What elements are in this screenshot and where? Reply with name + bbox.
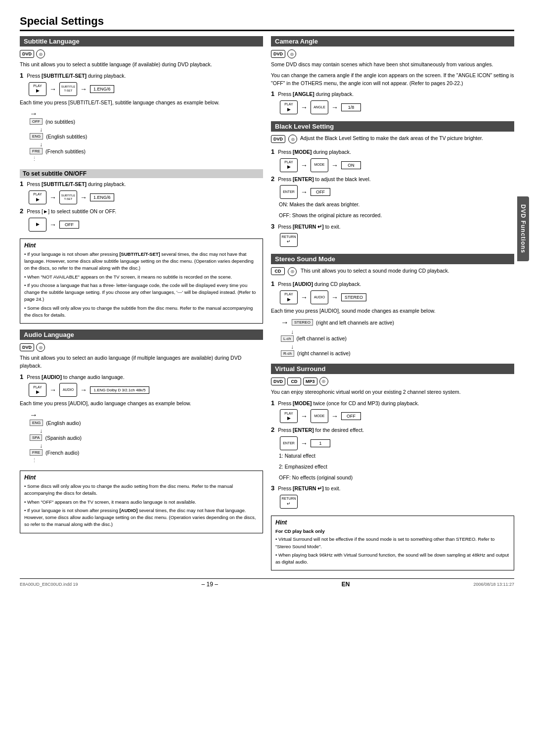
- black-level-section: Black Level Setting DVD ◎ Adjust the Bla…: [271, 121, 514, 247]
- camera-body1: Some DVD discs may contain scenes which …: [271, 61, 514, 69]
- audio-eng-row: ENG (English audio): [30, 420, 263, 426]
- vs-enter-btn: ENTER: [280, 436, 298, 450]
- stereo-step1-text: Press [AUDIO] during CD playback.: [278, 281, 361, 287]
- audio-ellipsis: ⋮: [32, 457, 37, 463]
- black-mode-btn: MODE: [311, 158, 328, 172]
- vs-result-box: OFF: [341, 412, 361, 420]
- file-info-right: 2006/08/18 13:11:27: [473, 582, 514, 587]
- black-step1-text: Press [MODE] during playback.: [278, 149, 351, 155]
- subtitle-onoff-step2: 2 Press [►] to select subtitle ON or OFF…: [20, 207, 263, 232]
- stereo-stereo-row: → STEREO (right and left channels are ac…: [281, 318, 514, 327]
- audio-options: → ENG (English audio) ↓ SPA (Spanish aud…: [30, 411, 263, 464]
- audio-dvd-icon: DVD: [20, 343, 34, 351]
- virtual-surround-section: Virtual Surround DVD CD MP3 ◎ You can en…: [271, 364, 514, 509]
- vs-step1-num: 1: [271, 399, 274, 407]
- audio-down1: ↓: [40, 427, 263, 434]
- vs-arrow3: →: [301, 439, 308, 447]
- onoff-subtitle-btn: SUBTITLE T-SET: [59, 190, 77, 204]
- subtitle-icons: DVD ◎: [20, 49, 263, 58]
- stereo-result-box: STEREO: [341, 293, 366, 301]
- black-arrow2: →: [331, 161, 338, 169]
- stereo-down2: ↓: [291, 343, 514, 350]
- stereo-sound-header: Stereo Sound Mode: [271, 254, 514, 264]
- stereo-disc-icon: ◎: [288, 267, 297, 276]
- audio-disc-icon: ◎: [36, 343, 45, 352]
- hint1-text: • If your language is not shown after pr…: [24, 251, 259, 319]
- stereo-lch-box: L-ch: [281, 335, 294, 342]
- camera-angle-header: Camera Angle: [271, 36, 514, 47]
- stereo-audio-btn: AUDIO: [311, 290, 328, 304]
- main-layout: Subtitle Language DVD ◎ This unit allows…: [20, 36, 514, 570]
- stereo-step1: 1 Press [AUDIO] during CD playback. PLAY…: [271, 280, 514, 304]
- off-desc: (no subtitles): [45, 119, 75, 125]
- audio-fre-box: FRE: [30, 449, 43, 456]
- stereo-rch-desc: (right channel is active): [297, 350, 351, 356]
- onoff-step1-num: 1: [20, 180, 23, 188]
- vs-icons: DVD CD MP3 ◎: [271, 377, 514, 386]
- black-step2: 2 Press [ENTER] to adjust the black leve…: [271, 175, 514, 220]
- black-on-box: ON: [341, 161, 361, 169]
- stereo-step1-diagram: PLAY ▶ → AUDIO → STEREO: [280, 290, 514, 304]
- stereo-rch-box: R-ch: [281, 350, 294, 357]
- camera-arrow2: →: [331, 103, 338, 111]
- subtitle-onoff-section: To set subtitle ON/OFF 1 Press [SUBTITLE…: [20, 169, 263, 232]
- vs-step2-num: 2: [271, 426, 274, 433]
- subtitle-each-time: Each time you press [SUBTITLE/T-SET], su…: [20, 99, 263, 107]
- audio-step1: 1 Press [AUDIO] to change audio language…: [20, 373, 263, 397]
- hint2-box: Hint • Some discs will only allow you to…: [20, 471, 263, 533]
- page-title: Special Settings: [20, 15, 514, 31]
- audio-spa-desc: (Spanish audio): [45, 435, 82, 441]
- hint1-box: Hint • If your language is not shown aft…: [20, 238, 263, 324]
- camera-angle-section: Camera Angle DVD ◎ Some DVD discs may co…: [271, 36, 514, 114]
- audio-arrow2: →: [80, 386, 87, 394]
- camera-body2: You can change the camera angle if the a…: [271, 72, 514, 88]
- vs-step3-num: 3: [271, 484, 274, 492]
- down-arrow1: ↓: [40, 126, 263, 133]
- black-step1: 1 Press [MODE] during playback. PLAY ▶ →…: [271, 148, 514, 172]
- black-level-icons: DVD ◎: [271, 135, 297, 143]
- fre-box: FRE: [30, 148, 43, 154]
- stereo-top: CD ◎ This unit allows you to select a so…: [271, 267, 514, 278]
- subtitle-button-diag: SUBTITLE T-SET: [59, 82, 77, 96]
- page-number: – 19 –: [202, 581, 218, 588]
- step1-text: Press [SUBTITLE/T-SET] during playback.: [27, 73, 126, 79]
- camera-play-btn: PLAY ▶: [280, 100, 298, 114]
- virtual-surround-header: Virtual Surround: [271, 364, 514, 374]
- subtitle-result-box: 1.ENG/6: [90, 85, 114, 93]
- down-arrow2: ↓: [40, 141, 263, 148]
- audio-fre-desc: (French audio): [45, 450, 79, 456]
- black-play-btn1: PLAY ▶: [280, 158, 298, 172]
- camera-step1: 1 Press [ANGLE] during playback. PLAY ▶ …: [271, 90, 514, 114]
- subtitle-onoff-header: To set subtitle ON/OFF: [20, 169, 263, 178]
- off-box: OFF: [30, 118, 43, 125]
- left-column: Subtitle Language DVD ◎ This unit allows…: [20, 36, 263, 570]
- arrow1: →: [49, 85, 56, 93]
- audio-language-section: Audio Language DVD ◎ This unit allows yo…: [20, 330, 263, 464]
- black-step3-diagram: RETURN ↵: [280, 233, 514, 247]
- black-arrow3: →: [301, 188, 308, 196]
- stereo-icons: CD ◎: [271, 267, 297, 276]
- subtitle-eng-row: ENG (English subtitles): [30, 133, 263, 140]
- subtitle-language-section: Subtitle Language DVD ◎ This unit allows…: [20, 36, 263, 162]
- hint2-text: • Some discs will only allow you to chan…: [24, 483, 259, 528]
- black-off-note: OFF: Shows the original picture as recor…: [279, 212, 514, 220]
- fre-desc: (French subtitles): [45, 148, 86, 154]
- black-dvd-icon: DVD: [271, 135, 285, 143]
- onoff-step2-text: Press [►] to select subtitle ON or OFF.: [27, 208, 116, 214]
- onoff-result-box: 1.ENG/6: [90, 193, 114, 201]
- onoff-arrow2: →: [80, 193, 87, 201]
- vs-step1-text: Press [MODE] twice (once for CD and MP3)…: [278, 400, 419, 406]
- camera-icons: DVD ◎: [271, 49, 514, 58]
- audio-step1-diagram: PLAY ▶ → AUDIO → 1.ENG Dolby D 3/2.1ch 4…: [29, 383, 263, 397]
- black-step2-text: Press [ENTER] to adjust the black level.: [278, 176, 370, 182]
- vs-step2-text: Press [ENTER] for the desired effect.: [278, 427, 364, 433]
- vs-arrow1: →: [301, 412, 308, 420]
- audio-result-box: 1.ENG Dolby D 3/2.1ch 48k/5: [90, 386, 149, 394]
- stereo-main-arrow: →: [281, 318, 289, 327]
- hint1-bullet4: • Some discs will only allow you to chan…: [24, 305, 259, 319]
- stereo-play-btn: PLAY ▶: [280, 290, 298, 304]
- hint3-subhead: For CD play back only: [275, 528, 510, 535]
- bottom-bar: E8A00UD_E8C00UD.indd 19 – 19 – EN 2006/0…: [20, 578, 514, 588]
- black-step3: 3 Press [RETURN ↵] to exit. RETURN ↵: [271, 223, 514, 247]
- black-enter-btn: ENTER: [280, 185, 298, 199]
